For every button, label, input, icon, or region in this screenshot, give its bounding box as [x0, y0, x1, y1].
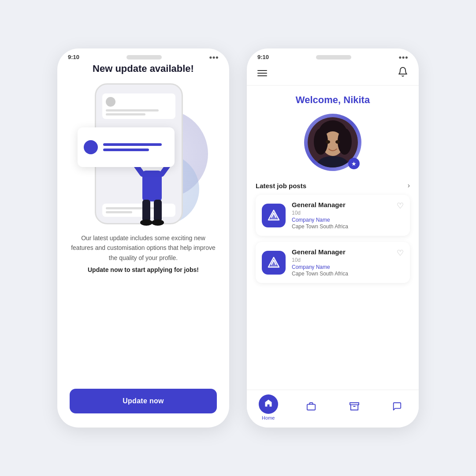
svg-point-17 [335, 140, 340, 144]
job-title-1: General Manager [292, 201, 404, 208]
nav-inbox-icon-wrap [345, 398, 364, 417]
home-content: Welcome, Nikita [247, 86, 419, 428]
job-title-2: General Manager [292, 248, 404, 256]
signal-icon-2: ●●● [398, 54, 408, 60]
job-info-1: General Manager 10d Company Name Cape To… [292, 201, 404, 230]
svg-rect-2 [142, 171, 162, 201]
feat-line-2 [103, 149, 149, 151]
jobs-more-arrow[interactable]: › [408, 182, 410, 190]
feat-lines [103, 143, 168, 151]
nav-label-home: Home [262, 415, 275, 420]
welcome-section: Welcome, Nikita [247, 86, 419, 178]
svg-point-16 [326, 140, 330, 144]
save-job-button-2[interactable]: ♡ [397, 248, 404, 258]
user-avatar-wrapper: ★ [304, 114, 361, 171]
home-icon [264, 399, 273, 410]
nav-home-icon-wrap [259, 394, 278, 414]
svg-point-9 [140, 219, 152, 226]
bottom-navigation: Home [247, 390, 419, 428]
nav-chat-icon-wrap [387, 398, 407, 417]
status-bar-2: 9:10 ●●● [247, 48, 419, 63]
update-cta-text: Update now to start applying for jobs! [88, 266, 199, 273]
save-job-button-1[interactable]: ♡ [397, 201, 404, 211]
notch-1 [126, 55, 162, 60]
status-bar-1: 9:10 ●●● [57, 48, 229, 63]
mock-line-2 [106, 113, 145, 115]
nav-item-inbox[interactable] [345, 398, 364, 417]
phone-home-screen: 9:10 ●●● Welcome, Nikita [247, 48, 419, 428]
update-content: New update available! [57, 63, 229, 428]
update-description: Our latest update includes some exciting… [70, 233, 217, 263]
mock-line-1 [106, 109, 159, 112]
app-header [247, 63, 419, 86]
job-location-1: Cape Town South Africa [292, 223, 404, 230]
status-time-1: 9:10 [68, 54, 79, 60]
update-illustration [70, 83, 217, 233]
featured-card [78, 127, 175, 167]
svg-rect-19 [307, 404, 315, 410]
nav-jobs-icon-wrap [301, 398, 321, 417]
status-icons-2: ●●● [398, 54, 408, 60]
job-card-2[interactable]: General Manager 10d Company Name Cape To… [256, 242, 410, 283]
briefcase-icon [306, 402, 316, 413]
signal-icon-1: ●●● [209, 54, 219, 60]
hamburger-menu[interactable] [257, 70, 267, 76]
svg-rect-7 [142, 200, 150, 222]
hamburger-line-2 [257, 73, 267, 74]
job-company-1: Company Name [292, 217, 404, 223]
nav-item-messages[interactable] [387, 398, 407, 417]
job-company-2: Company Name [292, 264, 404, 270]
svg-rect-8 [154, 200, 162, 222]
status-time-2: 9:10 [257, 54, 269, 60]
mock-line-4 [106, 211, 132, 213]
chat-icon [392, 402, 402, 413]
welcome-greeting: Welcome, Nikita [296, 94, 370, 106]
mock-circle-1 [106, 97, 115, 107]
update-now-button[interactable]: Update now [70, 389, 217, 413]
job-age-1: 10d [292, 210, 404, 216]
feat-line-1 [103, 143, 162, 146]
company-logo-1 [262, 204, 286, 227]
jobs-section-title: Latest job posts [256, 182, 306, 190]
notch-2 [316, 55, 351, 60]
feat-avatar [84, 140, 98, 154]
job-location-2: Cape Town South Africa [292, 271, 404, 277]
nav-item-home[interactable]: Home [259, 394, 278, 420]
update-title: New update available! [93, 63, 194, 74]
notification-bell-icon[interactable] [398, 67, 408, 80]
nav-item-jobs[interactable] [301, 398, 321, 417]
svg-rect-20 [350, 403, 359, 405]
avatar-star-badge: ★ [348, 158, 360, 169]
phone-update-screen: 9:10 ●●● New update available! [57, 48, 229, 428]
jobs-section: Latest job posts › General Manager 10d C… [247, 178, 419, 390]
status-icons-1: ●●● [209, 54, 219, 60]
job-age-2: 10d [292, 257, 404, 263]
hamburger-line-3 [257, 75, 267, 76]
job-card-1[interactable]: General Manager 10d Company Name Cape To… [256, 195, 410, 236]
hamburger-line-1 [257, 70, 267, 71]
mock-card-1 [102, 93, 175, 119]
company-logo-2 [262, 251, 286, 275]
job-info-2: General Manager 10d Company Name Cape To… [292, 248, 404, 277]
svg-point-10 [152, 219, 164, 226]
jobs-header: Latest job posts › [256, 178, 410, 195]
inbox-icon [350, 402, 359, 413]
